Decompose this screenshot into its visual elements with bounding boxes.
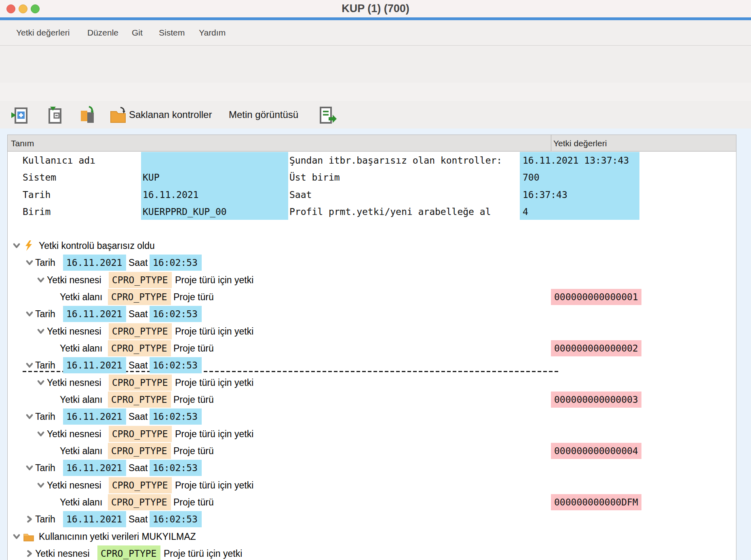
authorization-data-table: Tanım Yetki değerleri Kullanıcı adı Şund… <box>7 135 736 560</box>
system-toolbar: « <box>0 46 751 83</box>
yetki-alani-label: Yetki alanı <box>60 340 102 357</box>
authorization-field-code: CPRO_PTYPE <box>108 443 171 459</box>
tarih-date-value: 16.11.2021 <box>63 306 126 322</box>
info-value2: 16.11.2021 13:37:43 <box>523 152 629 169</box>
tree-node-expanded-icon[interactable] <box>13 533 21 541</box>
menu-sistem[interactable]: Sistem <box>157 20 186 45</box>
saat-time-value: 16:02:53 <box>150 357 202 373</box>
yetki-alani-label: Yetki alanı <box>60 391 102 408</box>
tarih-label: Tarih <box>35 357 55 374</box>
tree-row-alan: Yetki alanıCPRO_PTYPEProje türü000000000… <box>8 442 737 459</box>
info-value2: 700 <box>523 169 540 186</box>
authorization-object-description: Proje türü için yetki <box>175 477 253 494</box>
authorization-object-code: CPRO_PTYPE <box>109 426 172 442</box>
tree-node-expanded-icon[interactable] <box>25 310 34 318</box>
yetki-nesnesi-label: Yetki nesnesi <box>47 374 101 391</box>
tree-node-expanded-icon[interactable] <box>25 259 34 267</box>
tree-row-nesne: Yetki nesnesiCPRO_PTYPEProje türü için y… <box>8 545 737 560</box>
saved-checks-label[interactable]: Saklanan kontroller <box>129 101 212 128</box>
tarih-date-value: 16.11.2021 <box>63 511 126 527</box>
tree-row-nesne: Yetki nesnesiCPRO_PTYPEProje türü için y… <box>8 477 737 494</box>
menu-duzenle[interactable]: Düzenle <box>86 20 120 45</box>
tree-node-expanded-icon[interactable] <box>37 481 45 489</box>
tree-row-alan: Yetki alanıCPRO_PTYPEProje türü000000000… <box>8 288 737 305</box>
column-header-yetki-degerleri[interactable]: Yetki değerleri <box>553 135 607 152</box>
failed-check-lightning-icon <box>23 240 34 251</box>
tree-row-tarih: Tarih16.11.2021Saat16:02:53 <box>8 511 737 528</box>
tarih-label: Tarih <box>35 459 55 476</box>
yetki-nesnesi-label: Yetki nesnesi <box>47 272 101 288</box>
info-label: Kullanıcı adı <box>23 152 95 169</box>
collapse-all-icon[interactable] <box>45 106 64 126</box>
menu-bar: Yetki değerleri Düzenle Git Sistem Yardı… <box>0 20 751 46</box>
menu-git[interactable]: Git <box>130 20 144 45</box>
saat-label: Saat <box>129 254 148 271</box>
authorization-field-description: Proje türü <box>173 340 214 357</box>
tree-node-expanded-icon[interactable] <box>37 379 45 387</box>
export-list-icon[interactable] <box>318 106 337 126</box>
screen-title-band: kullanıcısının yetki verilerini görüntül… <box>0 83 751 101</box>
authorization-field-value: 000000000000001 <box>551 289 641 305</box>
yetki-alani-label: Yetki alanı <box>60 442 102 459</box>
tree-node-expanded-icon[interactable] <box>25 413 34 421</box>
saat-label: Saat <box>129 408 148 425</box>
tree-row-nesne: Yetki nesnesiCPRO_PTYPEProje türü için y… <box>8 425 737 442</box>
tarih-date-value: 16.11.2021 <box>63 357 126 373</box>
tree-node-expanded-icon[interactable] <box>37 327 45 335</box>
yetki-nesnesi-label: Yetki nesnesi <box>35 545 90 560</box>
tree-row-tarih: Tarih16.11.2021Saat16:02:53 <box>8 305 737 322</box>
authorization-object-description: Proje türü için yetki <box>175 272 253 288</box>
authorization-field-value: 000000000000002 <box>551 340 641 356</box>
saat-label: Saat <box>129 305 148 322</box>
yetki-nesnesi-label: Yetki nesnesi <box>47 477 101 494</box>
tree-node-collapsed-icon[interactable] <box>25 515 34 523</box>
tree-row-nesne: Yetki nesnesiCPRO_PTYPEProje türü için y… <box>8 323 737 340</box>
tree-row-tarih: Tarih16.11.2021Saat16:02:53 <box>8 357 737 374</box>
tree-group-label: Kullanıcının yetki verileri MUKYILMAZ <box>39 528 196 545</box>
authorization-object-description: Proje türü için yetki <box>175 374 253 391</box>
info-value: KUERPPRD_KUP_00 <box>143 203 227 220</box>
menu-yardim[interactable]: Yardım <box>197 20 227 45</box>
authorization-object-code: CPRO_PTYPE <box>109 272 172 288</box>
tree-node-expanded-icon[interactable] <box>13 242 21 250</box>
column-divider[interactable] <box>551 135 551 152</box>
menu-yetki-degerleri[interactable]: Yetki değerleri <box>15 20 71 45</box>
expand-all-icon[interactable] <box>11 106 29 126</box>
authorization-field-value: 000000000000003 <box>551 392 641 408</box>
authorization-field-value: 000000000000DFM <box>551 494 641 510</box>
tree-node-expanded-icon[interactable] <box>25 464 34 472</box>
authorization-field-value: 000000000000004 <box>551 443 641 459</box>
tree-node-expanded-icon[interactable] <box>25 361 34 369</box>
info-label2: Üst birim <box>289 169 340 186</box>
tarih-label: Tarih <box>35 511 55 528</box>
tree-row-nesne: Yetki nesnesiCPRO_PTYPEProje türü için y… <box>8 374 737 391</box>
accent-line <box>0 17 751 20</box>
tree-row-group: Yetki kontrolü başarısız oldu <box>8 237 737 254</box>
tree-row-group: Kullanıcının yetki verileri MUKYILMAZ <box>8 528 737 545</box>
tarih-label: Tarih <box>35 305 55 322</box>
window-title: KUP (1) (700) <box>0 0 751 17</box>
tree-node-expanded-icon[interactable] <box>37 430 45 438</box>
text-view-button[interactable]: Metin görüntüsü <box>229 101 298 128</box>
info-label2: Şundan itbr.başarısız olan kontroller: <box>289 152 502 169</box>
tree-row-alan: Yetki alanıCPRO_PTYPEProje türü000000000… <box>8 340 737 357</box>
saat-label: Saat <box>129 511 148 528</box>
authorization-object-description: Proje türü için yetki <box>164 545 242 560</box>
saved-checks-button[interactable] <box>109 106 128 126</box>
yetki-alani-label: Yetki alanı <box>60 288 102 305</box>
titlebar: KUP (1) (700) <box>0 0 751 18</box>
info-value2: 16:37:43 <box>523 186 567 203</box>
paste-icon[interactable] <box>78 106 97 126</box>
column-header-tanim[interactable]: Tanım <box>11 135 34 152</box>
tree-row-tarih: Tarih16.11.2021Saat16:02:53 <box>8 408 737 425</box>
authorization-object-code: CPRO_PTYPE <box>109 477 172 493</box>
authorization-object-description: Proje türü için yetki <box>175 425 253 442</box>
tree-node-expanded-icon[interactable] <box>37 276 45 284</box>
tarih-label: Tarih <box>35 408 55 425</box>
tree-node-collapsed-icon[interactable] <box>25 549 34 558</box>
yetki-nesnesi-label: Yetki nesnesi <box>47 323 101 340</box>
authorization-field-description: Proje türü <box>173 494 214 511</box>
saat-time-value: 16:02:53 <box>150 460 202 476</box>
saat-time-value: 16:02:53 <box>150 255 202 271</box>
authorization-object-code: CPRO_PTYPE <box>97 545 160 560</box>
